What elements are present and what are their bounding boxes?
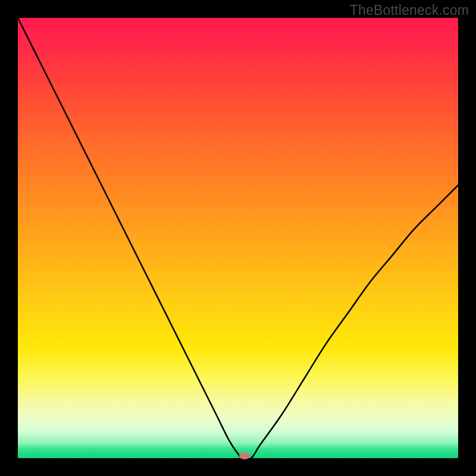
watermark-text: TheBottleneck.com — [350, 2, 469, 18]
chart-frame: TheBottleneck.com — [0, 0, 476, 476]
bottleneck-curve — [18, 18, 458, 458]
plot-area — [18, 18, 458, 458]
optimal-point-marker — [239, 452, 250, 459]
